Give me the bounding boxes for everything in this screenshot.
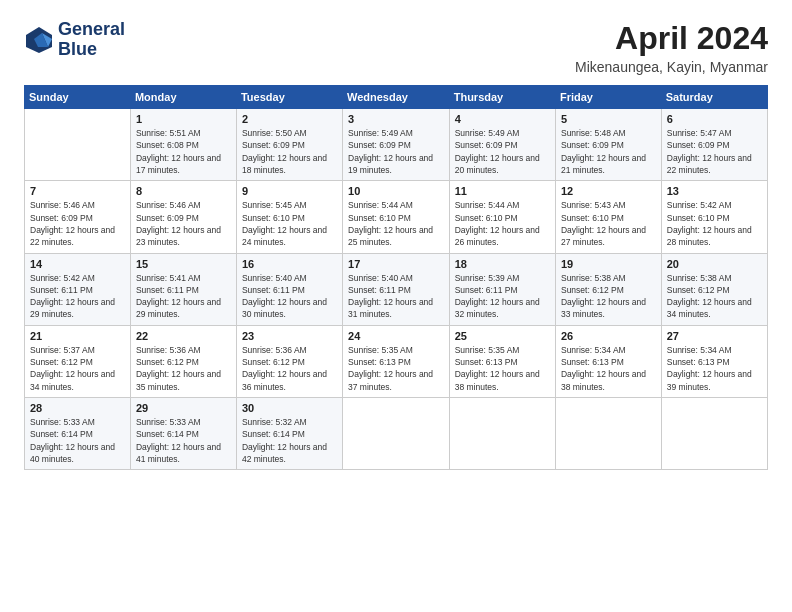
day-number: 16 — [242, 258, 337, 270]
day-number: 12 — [561, 185, 656, 197]
logo-icon — [24, 25, 54, 55]
day-number: 1 — [136, 113, 231, 125]
calendar-cell: 21Sunrise: 5:37 AMSunset: 6:12 PMDayligh… — [25, 325, 131, 397]
day-info: Sunrise: 5:34 AMSunset: 6:13 PMDaylight:… — [667, 344, 762, 393]
calendar-cell: 23Sunrise: 5:36 AMSunset: 6:12 PMDayligh… — [236, 325, 342, 397]
day-number: 7 — [30, 185, 125, 197]
day-number: 8 — [136, 185, 231, 197]
calendar-cell: 12Sunrise: 5:43 AMSunset: 6:10 PMDayligh… — [555, 181, 661, 253]
day-number: 24 — [348, 330, 444, 342]
logo: General Blue — [24, 20, 125, 60]
day-number: 9 — [242, 185, 337, 197]
day-number: 15 — [136, 258, 231, 270]
calendar-cell: 10Sunrise: 5:44 AMSunset: 6:10 PMDayligh… — [343, 181, 450, 253]
calendar-cell: 7Sunrise: 5:46 AMSunset: 6:09 PMDaylight… — [25, 181, 131, 253]
day-info: Sunrise: 5:45 AMSunset: 6:10 PMDaylight:… — [242, 199, 337, 248]
calendar-cell: 4Sunrise: 5:49 AMSunset: 6:09 PMDaylight… — [449, 109, 555, 181]
day-info: Sunrise: 5:42 AMSunset: 6:10 PMDaylight:… — [667, 199, 762, 248]
day-info: Sunrise: 5:51 AMSunset: 6:08 PMDaylight:… — [136, 127, 231, 176]
day-info: Sunrise: 5:46 AMSunset: 6:09 PMDaylight:… — [30, 199, 125, 248]
header: General Blue April 2024 Mikenaungea, Kay… — [24, 20, 768, 75]
calendar-cell: 20Sunrise: 5:38 AMSunset: 6:12 PMDayligh… — [661, 253, 767, 325]
calendar-cell: 29Sunrise: 5:33 AMSunset: 6:14 PMDayligh… — [130, 398, 236, 470]
day-info: Sunrise: 5:48 AMSunset: 6:09 PMDaylight:… — [561, 127, 656, 176]
weekday-header-cell: Sunday — [25, 86, 131, 109]
calendar-cell — [343, 398, 450, 470]
weekday-header-cell: Saturday — [661, 86, 767, 109]
logo-text: General Blue — [58, 20, 125, 60]
weekday-header-cell: Friday — [555, 86, 661, 109]
day-info: Sunrise: 5:46 AMSunset: 6:09 PMDaylight:… — [136, 199, 231, 248]
calendar-cell: 18Sunrise: 5:39 AMSunset: 6:11 PMDayligh… — [449, 253, 555, 325]
day-number: 23 — [242, 330, 337, 342]
day-info: Sunrise: 5:37 AMSunset: 6:12 PMDaylight:… — [30, 344, 125, 393]
calendar-cell: 13Sunrise: 5:42 AMSunset: 6:10 PMDayligh… — [661, 181, 767, 253]
day-number: 30 — [242, 402, 337, 414]
calendar-week-row: 28Sunrise: 5:33 AMSunset: 6:14 PMDayligh… — [25, 398, 768, 470]
weekday-header-cell: Tuesday — [236, 86, 342, 109]
day-number: 10 — [348, 185, 444, 197]
calendar-cell: 17Sunrise: 5:40 AMSunset: 6:11 PMDayligh… — [343, 253, 450, 325]
day-info: Sunrise: 5:49 AMSunset: 6:09 PMDaylight:… — [455, 127, 550, 176]
calendar-body: 1Sunrise: 5:51 AMSunset: 6:08 PMDaylight… — [25, 109, 768, 470]
day-info: Sunrise: 5:38 AMSunset: 6:12 PMDaylight:… — [667, 272, 762, 321]
day-number: 19 — [561, 258, 656, 270]
calendar-cell: 2Sunrise: 5:50 AMSunset: 6:09 PMDaylight… — [236, 109, 342, 181]
day-info: Sunrise: 5:49 AMSunset: 6:09 PMDaylight:… — [348, 127, 444, 176]
day-number: 6 — [667, 113, 762, 125]
day-number: 3 — [348, 113, 444, 125]
weekday-header-row: SundayMondayTuesdayWednesdayThursdayFrid… — [25, 86, 768, 109]
calendar-week-row: 14Sunrise: 5:42 AMSunset: 6:11 PMDayligh… — [25, 253, 768, 325]
title-area: April 2024 Mikenaungea, Kayin, Myanmar — [575, 20, 768, 75]
calendar-cell: 28Sunrise: 5:33 AMSunset: 6:14 PMDayligh… — [25, 398, 131, 470]
calendar-cell: 3Sunrise: 5:49 AMSunset: 6:09 PMDaylight… — [343, 109, 450, 181]
weekday-header-cell: Wednesday — [343, 86, 450, 109]
day-number: 22 — [136, 330, 231, 342]
calendar-cell: 1Sunrise: 5:51 AMSunset: 6:08 PMDaylight… — [130, 109, 236, 181]
day-info: Sunrise: 5:33 AMSunset: 6:14 PMDaylight:… — [136, 416, 231, 465]
day-info: Sunrise: 5:40 AMSunset: 6:11 PMDaylight:… — [348, 272, 444, 321]
day-number: 5 — [561, 113, 656, 125]
calendar-cell — [555, 398, 661, 470]
day-info: Sunrise: 5:33 AMSunset: 6:14 PMDaylight:… — [30, 416, 125, 465]
day-number: 14 — [30, 258, 125, 270]
calendar-week-row: 21Sunrise: 5:37 AMSunset: 6:12 PMDayligh… — [25, 325, 768, 397]
day-number: 21 — [30, 330, 125, 342]
calendar-cell: 6Sunrise: 5:47 AMSunset: 6:09 PMDaylight… — [661, 109, 767, 181]
day-info: Sunrise: 5:41 AMSunset: 6:11 PMDaylight:… — [136, 272, 231, 321]
location-title: Mikenaungea, Kayin, Myanmar — [575, 59, 768, 75]
day-info: Sunrise: 5:34 AMSunset: 6:13 PMDaylight:… — [561, 344, 656, 393]
day-number: 17 — [348, 258, 444, 270]
calendar-cell — [661, 398, 767, 470]
weekday-header-cell: Thursday — [449, 86, 555, 109]
day-number: 18 — [455, 258, 550, 270]
day-number: 11 — [455, 185, 550, 197]
calendar-cell: 14Sunrise: 5:42 AMSunset: 6:11 PMDayligh… — [25, 253, 131, 325]
calendar-cell — [25, 109, 131, 181]
calendar-cell: 24Sunrise: 5:35 AMSunset: 6:13 PMDayligh… — [343, 325, 450, 397]
day-info: Sunrise: 5:38 AMSunset: 6:12 PMDaylight:… — [561, 272, 656, 321]
calendar-cell: 11Sunrise: 5:44 AMSunset: 6:10 PMDayligh… — [449, 181, 555, 253]
calendar-cell: 25Sunrise: 5:35 AMSunset: 6:13 PMDayligh… — [449, 325, 555, 397]
day-number: 28 — [30, 402, 125, 414]
calendar-cell: 15Sunrise: 5:41 AMSunset: 6:11 PMDayligh… — [130, 253, 236, 325]
day-number: 25 — [455, 330, 550, 342]
day-info: Sunrise: 5:32 AMSunset: 6:14 PMDaylight:… — [242, 416, 337, 465]
calendar-cell: 30Sunrise: 5:32 AMSunset: 6:14 PMDayligh… — [236, 398, 342, 470]
calendar-cell: 8Sunrise: 5:46 AMSunset: 6:09 PMDaylight… — [130, 181, 236, 253]
calendar-cell: 9Sunrise: 5:45 AMSunset: 6:10 PMDaylight… — [236, 181, 342, 253]
calendar-cell: 26Sunrise: 5:34 AMSunset: 6:13 PMDayligh… — [555, 325, 661, 397]
day-info: Sunrise: 5:44 AMSunset: 6:10 PMDaylight:… — [348, 199, 444, 248]
weekday-header-cell: Monday — [130, 86, 236, 109]
day-number: 26 — [561, 330, 656, 342]
day-info: Sunrise: 5:43 AMSunset: 6:10 PMDaylight:… — [561, 199, 656, 248]
day-info: Sunrise: 5:40 AMSunset: 6:11 PMDaylight:… — [242, 272, 337, 321]
day-info: Sunrise: 5:50 AMSunset: 6:09 PMDaylight:… — [242, 127, 337, 176]
calendar-cell: 27Sunrise: 5:34 AMSunset: 6:13 PMDayligh… — [661, 325, 767, 397]
day-info: Sunrise: 5:47 AMSunset: 6:09 PMDaylight:… — [667, 127, 762, 176]
calendar-cell: 22Sunrise: 5:36 AMSunset: 6:12 PMDayligh… — [130, 325, 236, 397]
day-info: Sunrise: 5:35 AMSunset: 6:13 PMDaylight:… — [455, 344, 550, 393]
day-info: Sunrise: 5:44 AMSunset: 6:10 PMDaylight:… — [455, 199, 550, 248]
calendar-week-row: 7Sunrise: 5:46 AMSunset: 6:09 PMDaylight… — [25, 181, 768, 253]
day-info: Sunrise: 5:36 AMSunset: 6:12 PMDaylight:… — [136, 344, 231, 393]
